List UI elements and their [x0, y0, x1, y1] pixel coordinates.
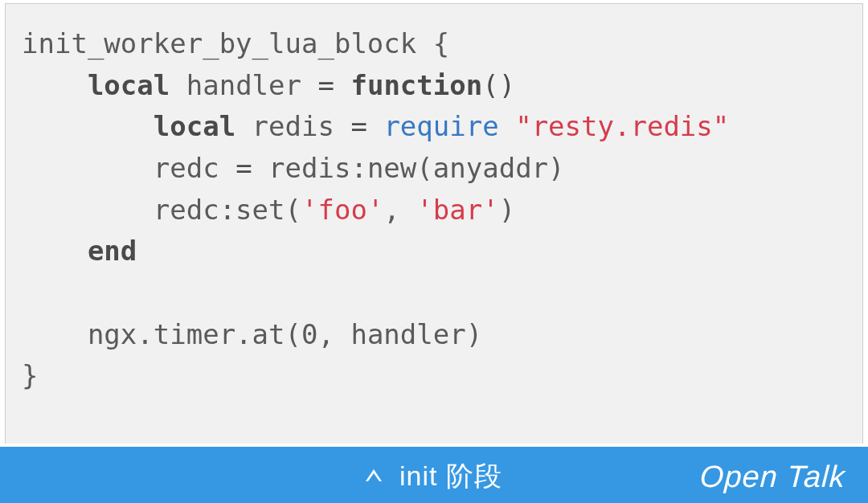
brand-label: Open Talk — [699, 460, 846, 494]
slide-caption: init 阶段 — [399, 458, 502, 495]
triangle-up-icon — [366, 469, 382, 484]
code-content: init_worker_by_lua_block { local handler… — [22, 23, 846, 397]
footer-bar: init 阶段 Open Talk — [0, 447, 868, 503]
code-block: init_worker_by_lua_block { local handler… — [5, 3, 863, 444]
